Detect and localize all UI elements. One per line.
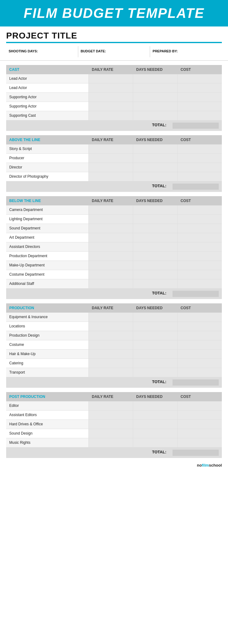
cell-cost-production-2[interactable]	[177, 331, 222, 340]
cell-daily-post-production-2[interactable]	[88, 420, 133, 429]
cell-cost-above-the-line-3[interactable]	[177, 172, 222, 181]
cell-days-below-the-line-6[interactable]	[133, 261, 177, 270]
total-value-cast[interactable]	[173, 123, 219, 129]
cell-daily-production-1[interactable]	[88, 322, 133, 331]
cell-days-production-5[interactable]	[133, 359, 177, 368]
cell-daily-below-the-line-0[interactable]	[88, 205, 133, 214]
cell-days-cast-0[interactable]	[133, 74, 177, 83]
cell-daily-below-the-line-8[interactable]	[88, 279, 133, 288]
cell-cost-above-the-line-2[interactable]	[177, 163, 222, 172]
cell-daily-production-2[interactable]	[88, 331, 133, 340]
total-value-production[interactable]	[173, 379, 219, 386]
cell-cost-below-the-line-3[interactable]	[177, 233, 222, 242]
cell-days-cast-4[interactable]	[133, 111, 177, 120]
cell-daily-above-the-line-2[interactable]	[88, 163, 133, 172]
cell-days-production-2[interactable]	[133, 331, 177, 340]
cell-days-below-the-line-8[interactable]	[133, 279, 177, 288]
total-value-below-the-line[interactable]	[173, 291, 219, 297]
row-name-post-production-2: Hard Drives & Office	[6, 420, 88, 429]
footer: nofilmschool	[0, 460, 228, 471]
cell-cost-cast-3[interactable]	[177, 102, 222, 111]
cell-days-below-the-line-0[interactable]	[133, 205, 177, 214]
cell-cost-cast-1[interactable]	[177, 83, 222, 92]
cell-cost-production-6[interactable]	[177, 368, 222, 377]
cell-days-production-6[interactable]	[133, 368, 177, 377]
cell-days-post-production-3[interactable]	[133, 429, 177, 438]
cell-cost-post-production-4[interactable]	[177, 438, 222, 447]
cell-daily-cast-2[interactable]	[88, 93, 133, 102]
cell-daily-production-4[interactable]	[88, 350, 133, 358]
total-value-above-the-line[interactable]	[173, 184, 219, 190]
cell-cost-production-1[interactable]	[177, 322, 222, 331]
cell-daily-below-the-line-1[interactable]	[88, 215, 133, 224]
cell-daily-cast-4[interactable]	[88, 111, 133, 120]
cell-cost-post-production-0[interactable]	[177, 401, 222, 410]
cell-days-above-the-line-0[interactable]	[133, 144, 177, 153]
cell-cost-below-the-line-1[interactable]	[177, 215, 222, 224]
cell-cost-cast-4[interactable]	[177, 111, 222, 120]
cell-daily-below-the-line-5[interactable]	[88, 252, 133, 261]
cell-days-production-3[interactable]	[133, 340, 177, 349]
cell-days-post-production-4[interactable]	[133, 438, 177, 447]
cell-cost-below-the-line-7[interactable]	[177, 270, 222, 279]
cell-cost-production-5[interactable]	[177, 359, 222, 368]
cell-cost-below-the-line-0[interactable]	[177, 205, 222, 214]
cell-daily-cast-0[interactable]	[88, 74, 133, 83]
cell-days-above-the-line-2[interactable]	[133, 163, 177, 172]
cell-cost-above-the-line-0[interactable]	[177, 144, 222, 153]
cell-daily-below-the-line-4[interactable]	[88, 242, 133, 251]
cell-days-above-the-line-1[interactable]	[133, 154, 177, 163]
cell-cost-production-0[interactable]	[177, 313, 222, 322]
cell-daily-production-5[interactable]	[88, 359, 133, 368]
cell-daily-post-production-1[interactable]	[88, 411, 133, 419]
cell-cost-cast-2[interactable]	[177, 93, 222, 102]
cell-daily-below-the-line-2[interactable]	[88, 224, 133, 233]
cell-cost-post-production-1[interactable]	[177, 411, 222, 419]
cell-daily-cast-1[interactable]	[88, 83, 133, 92]
total-label-below-the-line: TOTAL:	[152, 291, 173, 297]
cell-cost-below-the-line-6[interactable]	[177, 261, 222, 270]
cell-cost-above-the-line-1[interactable]	[177, 154, 222, 163]
cell-cost-production-4[interactable]	[177, 350, 222, 358]
cell-daily-production-3[interactable]	[88, 340, 133, 349]
cell-days-below-the-line-5[interactable]	[133, 252, 177, 261]
total-value-post-production[interactable]	[173, 450, 219, 456]
section-below-the-line: BELOW THE LINEDAILY RATEDAYS NEEDEDCOSTC…	[6, 196, 222, 299]
cell-days-production-1[interactable]	[133, 322, 177, 331]
cell-daily-above-the-line-3[interactable]	[88, 172, 133, 181]
cell-days-production-0[interactable]	[133, 313, 177, 322]
cell-cost-below-the-line-2[interactable]	[177, 224, 222, 233]
cell-daily-below-the-line-6[interactable]	[88, 261, 133, 270]
cell-daily-post-production-4[interactable]	[88, 438, 133, 447]
cell-days-cast-2[interactable]	[133, 93, 177, 102]
cell-cost-post-production-3[interactable]	[177, 429, 222, 438]
cell-cost-below-the-line-8[interactable]	[177, 279, 222, 288]
row-name-production-3: Costume	[6, 340, 88, 349]
cell-daily-above-the-line-0[interactable]	[88, 144, 133, 153]
cell-daily-below-the-line-3[interactable]	[88, 233, 133, 242]
cell-daily-production-6[interactable]	[88, 368, 133, 377]
cell-daily-production-0[interactable]	[88, 313, 133, 322]
cell-daily-below-the-line-7[interactable]	[88, 270, 133, 279]
cell-daily-post-production-3[interactable]	[88, 429, 133, 438]
cell-days-below-the-line-3[interactable]	[133, 233, 177, 242]
cell-daily-above-the-line-1[interactable]	[88, 154, 133, 163]
cell-days-below-the-line-4[interactable]	[133, 242, 177, 251]
cell-days-cast-3[interactable]	[133, 102, 177, 111]
cell-cost-below-the-line-5[interactable]	[177, 252, 222, 261]
cell-days-production-4[interactable]	[133, 350, 177, 358]
cell-days-below-the-line-1[interactable]	[133, 215, 177, 224]
cell-days-post-production-0[interactable]	[133, 401, 177, 410]
cell-days-post-production-2[interactable]	[133, 420, 177, 429]
cell-daily-post-production-0[interactable]	[88, 401, 133, 410]
cell-days-post-production-1[interactable]	[133, 411, 177, 419]
cell-cost-below-the-line-4[interactable]	[177, 242, 222, 251]
cell-daily-cast-3[interactable]	[88, 102, 133, 111]
cell-cost-cast-0[interactable]	[177, 74, 222, 83]
cell-days-below-the-line-2[interactable]	[133, 224, 177, 233]
cell-cost-post-production-2[interactable]	[177, 420, 222, 429]
cell-days-below-the-line-7[interactable]	[133, 270, 177, 279]
cell-days-above-the-line-3[interactable]	[133, 172, 177, 181]
cell-cost-production-3[interactable]	[177, 340, 222, 349]
cell-days-cast-1[interactable]	[133, 83, 177, 92]
